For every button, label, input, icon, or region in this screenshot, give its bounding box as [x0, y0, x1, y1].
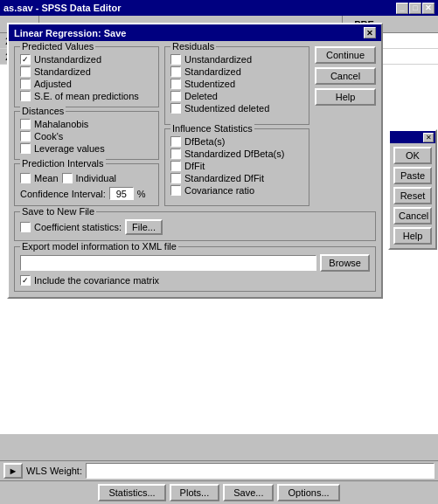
std-dffit-label: Standardized DfFit: [184, 173, 264, 183]
dffit-label: DfFit: [184, 161, 205, 171]
leverage-checkbox[interactable]: [20, 143, 31, 154]
save-button[interactable]: Save...: [223, 484, 274, 501]
save-to-new-file-group: Save to New File Coefficient statistics:…: [14, 211, 376, 241]
wls-row: ► WLS Weight:: [0, 461, 438, 480]
coeff-stats-label: Coefficient statistics:: [34, 222, 122, 232]
dfbetas-checkbox[interactable]: [170, 136, 181, 147]
res-studentized-checkbox[interactable]: [170, 79, 181, 89]
dfbetas-row: DfBeta(s): [170, 136, 303, 147]
distances-group: Distances Mahalanobis Cook's: [14, 111, 159, 160]
file-button[interactable]: File...: [125, 219, 163, 235]
include-cov-checkbox[interactable]: ✓: [20, 275, 31, 286]
std-dfbetas-label: Standardized DfBeta(s): [184, 148, 284, 159]
small-dialog-title-bar: ✕: [390, 131, 435, 143]
predicted-standardized-checkbox[interactable]: [20, 66, 31, 77]
window-title: as.sav - SPSS Data Editor: [3, 3, 396, 13]
toolbar-row: Statistics... Plots... Save... Options..…: [0, 480, 438, 504]
wls-weight-input[interactable]: [86, 463, 435, 479]
dffit-row: DfFit: [170, 161, 303, 171]
top-row: Predicted Values ✓ Unstandardized Standa…: [14, 46, 376, 206]
confidence-interval-input[interactable]: [109, 187, 134, 200]
dialog-close-button[interactable]: ✕: [364, 27, 376, 38]
dfbetas-label: DfBeta(s): [184, 136, 225, 147]
wls-weight-label: WLS Weight:: [26, 466, 82, 476]
res-unstandardized-label: Unstandardized: [184, 54, 252, 65]
minimize-button[interactable]: _: [396, 3, 408, 14]
predicted-se-mean-label: S.E. of mean predictions: [34, 91, 139, 101]
predicted-adjusted-label: Adjusted: [34, 79, 72, 89]
leverage-row: Leverage values: [20, 143, 153, 154]
coeff-stats-checkbox[interactable]: [20, 222, 31, 232]
cov-ratio-label: Covariance ratio: [184, 185, 254, 196]
prediction-intervals-group: Prediction Intervals Mean Individual Con…: [14, 163, 159, 206]
small-options-dialog: ✕ OK Paste Reset Cancel Help: [388, 129, 437, 250]
confidence-interval-label: Confidence Interval:: [20, 189, 106, 199]
predicted-se-mean-checkbox[interactable]: [20, 91, 31, 101]
res-unstandardized-checkbox[interactable]: [170, 54, 181, 65]
cov-ratio-checkbox[interactable]: [170, 185, 181, 196]
paste-button[interactable]: Paste: [393, 167, 432, 184]
include-cov-row: ✓ Include the covariance matrix: [20, 275, 370, 286]
distances-label: Distances: [20, 106, 66, 116]
res-studentized-deleted-checkbox[interactable]: [170, 103, 181, 114]
maximize-button[interactable]: □: [409, 3, 421, 14]
options-button[interactable]: Options...: [277, 484, 339, 501]
predicted-adjusted-checkbox[interactable]: [20, 79, 31, 89]
cooks-label: Cook's: [34, 131, 63, 142]
cancel-button[interactable]: Cancel: [315, 67, 376, 85]
predicted-values-group: Predicted Values ✓ Unstandardized Standa…: [14, 46, 159, 107]
bottom-area: ► WLS Weight: Statistics... Plots... Sav…: [0, 460, 438, 504]
dialog-buttons: Continue Cancel Help: [315, 46, 376, 206]
residuals-group: Residuals Unstandardized Standardized: [164, 46, 309, 125]
individual-checkbox[interactable]: [62, 173, 73, 183]
mean-label: Mean: [34, 173, 59, 183]
cooks-checkbox[interactable]: [20, 131, 31, 142]
reset-button[interactable]: Reset: [393, 187, 432, 204]
predicted-unstandardized-row: ✓ Unstandardized: [20, 54, 153, 65]
predicted-values-options: ✓ Unstandardized Standardized Adjusted: [20, 54, 153, 101]
export-xml-row: Browse: [20, 254, 370, 272]
res-studentized-row: Studentized: [170, 79, 303, 89]
predicted-standardized-label: Standardized: [34, 66, 91, 77]
res-deleted-checkbox[interactable]: [170, 91, 181, 101]
small-dialog-close-button[interactable]: ✕: [423, 133, 434, 142]
std-dfbetas-checkbox[interactable]: [170, 148, 181, 159]
res-standardized-checkbox[interactable]: [170, 66, 181, 77]
xml-file-input[interactable]: [20, 255, 316, 271]
mahalanobis-checkbox[interactable]: [20, 119, 31, 129]
dffit-checkbox[interactable]: [170, 161, 181, 171]
predicted-se-mean-row: S.E. of mean predictions: [20, 91, 153, 101]
predicted-adjusted-row: Adjusted: [20, 79, 153, 89]
predicted-standardized-row: Standardized: [20, 66, 153, 77]
small-cancel-button[interactable]: Cancel: [393, 207, 432, 224]
browse-button[interactable]: Browse: [320, 254, 370, 272]
export-xml-label: Export model information to XML file: [20, 241, 178, 252]
mean-checkbox[interactable]: [20, 173, 31, 183]
res-studentized-label: Studentized: [184, 79, 235, 89]
std-dffit-checkbox[interactable]: [170, 173, 181, 183]
leverage-label: Leverage values: [34, 143, 105, 154]
mahalanobis-label: Mahalanobis: [34, 119, 88, 129]
mean-individual-row: Mean Individual: [20, 173, 153, 183]
res-deleted-label: Deleted: [184, 91, 218, 101]
small-dialog-content: OK Paste Reset Cancel Help: [390, 143, 435, 248]
close-window-button[interactable]: ✕: [422, 3, 435, 14]
ok-button[interactable]: OK: [393, 147, 432, 164]
plots-button[interactable]: Plots...: [170, 484, 220, 501]
prediction-intervals-label: Prediction Intervals: [20, 158, 106, 169]
influence-statistics-options: DfBeta(s) Standardized DfBeta(s) DfFit: [170, 136, 303, 196]
distances-options: Mahalanobis Cook's Leverage values: [20, 119, 153, 154]
statistics-button[interactable]: Statistics...: [98, 484, 165, 501]
continue-button[interactable]: Continue: [315, 46, 376, 64]
title-bar: as.sav - SPSS Data Editor _ □ ✕: [0, 0, 438, 16]
help-button[interactable]: Help: [315, 88, 376, 106]
res-standardized-row: Standardized: [170, 66, 303, 77]
res-deleted-row: Deleted: [170, 91, 303, 101]
linear-regression-save-dialog: Linear Regression: Save ✕ Predicted Valu…: [7, 23, 383, 299]
confidence-interval-row: Confidence Interval: %: [20, 187, 153, 200]
dialog-content: Predicted Values ✓ Unstandardized Standa…: [9, 41, 381, 297]
small-help-button[interactable]: Help: [393, 227, 432, 245]
wls-arrow-button[interactable]: ►: [3, 463, 23, 479]
mahalanobis-row: Mahalanobis: [20, 119, 153, 129]
predicted-unstandardized-checkbox[interactable]: ✓: [20, 54, 31, 65]
